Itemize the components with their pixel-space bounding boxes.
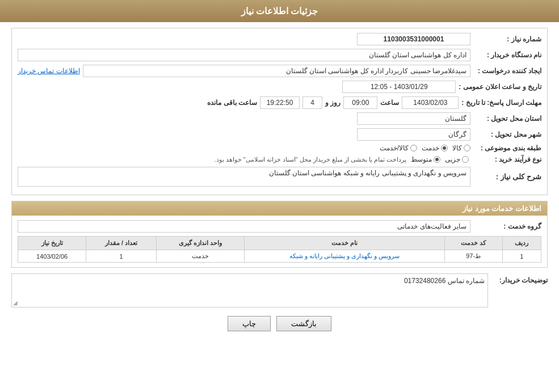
purchase-radio-1 xyxy=(462,156,469,163)
col-service-code: کد خدمت xyxy=(444,237,502,250)
need-number-row: شماره نیاز : 1103003531000001 xyxy=(18,33,541,45)
response-remaining-label: ساعت باقی مانده xyxy=(207,99,257,107)
buyer-name-label: نام دستگاه خریدار : xyxy=(473,51,541,59)
province-label: استان محل تحویل : xyxy=(473,115,541,123)
category-option-3[interactable]: کالا/خدمت xyxy=(380,144,417,152)
purchase-radio-2 xyxy=(434,156,440,163)
back-button[interactable]: بازگشت xyxy=(276,316,331,331)
cell-unit: خدمت xyxy=(156,250,244,263)
province-value: گلستان xyxy=(357,112,470,125)
table-row: 1 ط-97 سرویس و نگهداری و پشتیبانی رایانه… xyxy=(18,250,541,263)
response-date-value: 1403/02/03 xyxy=(402,96,459,109)
cell-service-name: سرویس و نگهداری و پشتیبانی رایانه و شبکه xyxy=(245,250,445,263)
col-unit: واحد اندازه گیری xyxy=(156,237,244,250)
category-option-2[interactable]: خدمت xyxy=(422,144,448,152)
category-options: کالا خدمت کالا/خدمت xyxy=(380,144,470,152)
buyer-desc-section: توضیحات خریدار: شماره تماس 01732480266 ◢ xyxy=(11,273,548,307)
response-days-label: روز و xyxy=(325,99,341,107)
purchase-label-1: جزیی xyxy=(445,155,460,163)
category-label-1: کالا xyxy=(452,144,462,152)
response-time-label: ساعت xyxy=(380,99,399,107)
overall-desc-value: سرویس و نگهداری و پشتیبانی رایانه و شبکه… xyxy=(18,167,470,187)
cell-row-num: 1 xyxy=(502,250,541,263)
category-radio-1 xyxy=(464,145,470,151)
purchase-option-2[interactable]: متوسط xyxy=(411,155,440,163)
response-deadline-label: مهلت ارسال پاسخ: تا تاریخ : xyxy=(461,99,541,107)
announce-row: تاریخ و ساعت اعلان عمومی : 1403/01/29 - … xyxy=(18,81,541,93)
response-days-value: 4 xyxy=(302,96,322,109)
buyer-desc-row: توضیحات خریدار: شماره تماس 01732480266 ◢ xyxy=(11,273,548,307)
city-value: گرگان xyxy=(357,128,470,141)
purchase-type-note: پرداخت تمام یا بخشی از مبلغ خریداز محل "… xyxy=(214,156,406,163)
col-service-name: نام خدمت xyxy=(245,237,445,250)
response-remaining-value: 19:22:50 xyxy=(260,96,300,109)
need-info-section: شماره نیاز : 1103003531000001 نام دستگاه… xyxy=(11,28,548,195)
city-row: شهر محل تحویل : گرگان xyxy=(18,128,541,141)
category-label: طبقه بندی موضوعی : xyxy=(473,144,541,152)
col-date: تاریخ نیاز xyxy=(18,237,86,250)
category-label-3: کالا/خدمت xyxy=(380,144,409,152)
city-label: شهر محل تحویل : xyxy=(473,130,541,138)
announce-label: تاریخ و ساعت اعلان عمومی : xyxy=(459,83,541,91)
col-row-num: ردیف xyxy=(502,237,541,250)
response-time-value: 09:00 xyxy=(343,96,377,109)
purchase-label-2: متوسط xyxy=(411,155,432,163)
purchase-option-1[interactable]: جزیی xyxy=(445,155,469,163)
overall-desc-row: شرح کلی نیاز : سرویس و نگهداری و پشتیبان… xyxy=(18,167,541,187)
service-group-value: سایر فعالیت‌های خدماتی xyxy=(18,220,470,233)
category-label-2: خدمت xyxy=(422,144,439,152)
creator-label: ایجاد کننده درخواست : xyxy=(473,67,541,75)
buyer-name-value: اداره کل هواشناسی استان گلستان xyxy=(18,49,470,61)
services-table: ردیف کد خدمت نام خدمت واحد اندازه گیری ت… xyxy=(18,236,541,263)
purchase-type-options: جزیی متوسط xyxy=(411,155,469,163)
creator-value: سیدغلامرضا حسینی کاربردار اداره کل هواشن… xyxy=(83,65,470,77)
col-quantity: تعداد / مقدار xyxy=(86,237,157,250)
services-section-header: اطلاعات خدمات مورد نیاز xyxy=(12,201,547,216)
resize-handle: ◢ xyxy=(13,300,18,306)
buyer-desc-label: توضیحات خریدار: xyxy=(491,273,548,284)
contact-info-link[interactable]: اطلاعات تماس خریدار xyxy=(18,67,80,75)
services-section: اطلاعات خدمات مورد نیاز گروه خدمت : سایر… xyxy=(11,201,548,268)
buyer-name-row: نام دستگاه خریدار : اداره کل هواشناسی اس… xyxy=(18,49,541,61)
cell-quantity: 1 xyxy=(86,250,157,263)
category-option-1[interactable]: کالا xyxy=(452,144,470,152)
purchase-type-row: نوع فرآیند خرید : جزیی متوسط پرداخت تمام… xyxy=(18,155,541,163)
page-title: جزئیات اطلاعات نیاز xyxy=(241,6,318,16)
province-row: استان محل تحویل : گلستان xyxy=(18,112,541,125)
service-group-row: گروه خدمت : سایر فعالیت‌های خدماتی xyxy=(18,220,541,233)
buttons-row: بازگشت چاپ xyxy=(11,316,548,331)
buyer-desc-box: شماره تماس 01732480266 ◢ xyxy=(11,273,488,307)
cell-date: 1403/02/06 xyxy=(18,250,86,263)
service-group-label: گروه خدمت : xyxy=(473,222,541,230)
page-header: جزئیات اطلاعات نیاز xyxy=(0,0,559,22)
overall-desc-label: شرح کلی نیاز : xyxy=(473,172,541,181)
need-number-label: شماره نیاز : xyxy=(473,35,541,43)
need-number-value: 1103003531000001 xyxy=(357,33,470,45)
cell-service-code: ط-97 xyxy=(444,250,502,263)
category-radio-3 xyxy=(410,145,417,151)
buyer-desc-value: شماره تماس 01732480266 xyxy=(404,277,485,285)
response-deadline-row: مهلت ارسال پاسخ: تا تاریخ : 1403/02/03 س… xyxy=(18,96,541,109)
category-row: طبقه بندی موضوعی : کالا خدمت کالا/خدم xyxy=(18,144,541,152)
category-radio-2 xyxy=(441,145,448,151)
print-button[interactable]: چاپ xyxy=(228,316,271,331)
creator-row: ایجاد کننده درخواست : سیدغلامرضا حسینی ک… xyxy=(18,65,541,77)
announce-value: 1403/01/29 - 12:05 xyxy=(342,81,456,93)
purchase-type-label: نوع فرآیند خرید : xyxy=(473,155,541,163)
